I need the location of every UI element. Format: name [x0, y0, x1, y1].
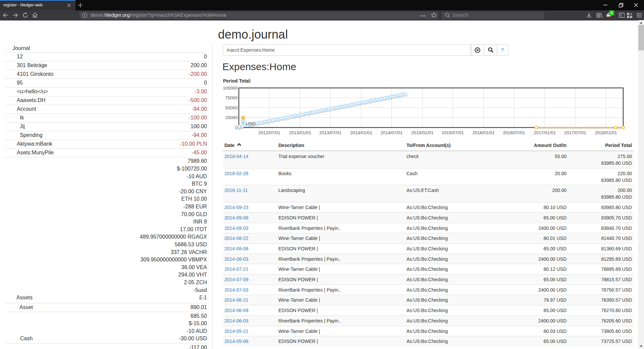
- svg-text:USD: USD: [246, 121, 256, 126]
- svg-text:100000: 100000: [223, 86, 237, 91]
- svg-text:2012/07/01: 2012/07/01: [258, 130, 280, 135]
- svg-text:2014/07/01: 2014/07/01: [380, 130, 402, 135]
- svg-text:2015/01/01: 2015/01/01: [411, 130, 433, 135]
- svg-text:2018/01/01: 2018/01/01: [595, 130, 617, 135]
- svg-text:2016/07/01: 2016/07/01: [503, 130, 525, 135]
- svg-text:25000: 25000: [225, 115, 238, 120]
- svg-text:50000: 50000: [225, 105, 238, 110]
- svg-text:2017/01/01: 2017/01/01: [534, 130, 556, 135]
- svg-text:2013/01/01: 2013/01/01: [289, 130, 311, 135]
- svg-text:2017/07/01: 2017/07/01: [564, 130, 586, 135]
- svg-text:2013/07/01: 2013/07/01: [319, 130, 341, 135]
- svg-text:2014/01/01: 2014/01/01: [350, 130, 372, 135]
- svg-text:2016/01/01: 2016/01/01: [472, 130, 494, 135]
- svg-text:2015/07/01: 2015/07/01: [442, 130, 464, 135]
- svg-text:75000: 75000: [225, 95, 238, 100]
